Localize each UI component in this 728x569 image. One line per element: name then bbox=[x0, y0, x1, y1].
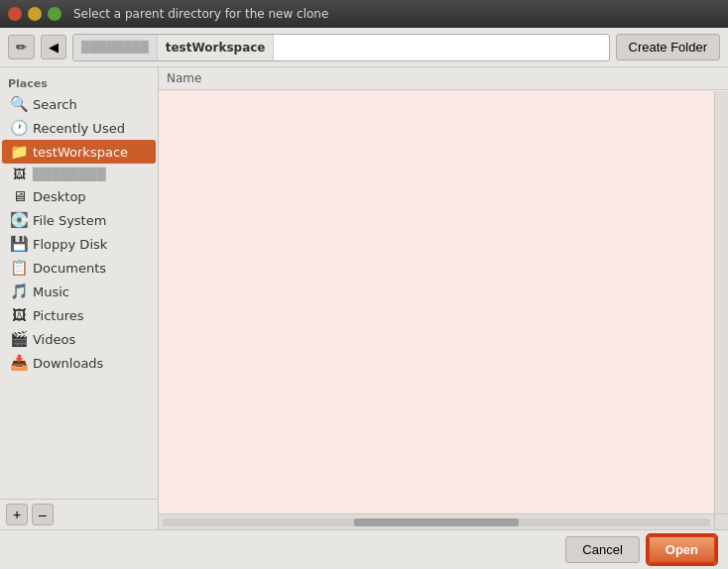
sidebar-item-label-testworkspace: testWorkspace bbox=[33, 145, 128, 160]
sidebar-item-label-downloads: Downloads bbox=[33, 356, 103, 371]
sidebar-item-pictures[interactable]: 🖼 Pictures bbox=[2, 303, 156, 327]
column-name: Name bbox=[167, 71, 201, 85]
bottom-bar: Cancel Open bbox=[0, 529, 728, 569]
sidebar-item-documents[interactable]: 📋 Documents bbox=[2, 256, 156, 280]
titlebar: Select a parent directory for the new cl… bbox=[0, 0, 728, 28]
edit-icon: ✏ bbox=[16, 40, 27, 55]
sidebar: Places 🔍 Search 🕐 Recently Used 📁 testWo… bbox=[0, 67, 159, 529]
search-icon: 🔍 bbox=[10, 95, 28, 113]
sidebar-item-label-pictures: Pictures bbox=[33, 308, 83, 323]
toolbar: ✏ ◀ ████████ testWorkspace Create Folder bbox=[0, 28, 728, 67]
blurred-icon: 🖼 bbox=[10, 167, 28, 181]
horizontal-scrollbar[interactable] bbox=[159, 513, 714, 529]
sidebar-item-recently-used[interactable]: 🕐 Recently Used bbox=[2, 116, 156, 140]
open-button[interactable]: Open bbox=[648, 535, 716, 564]
path-segment-blurred[interactable]: ████████ bbox=[73, 35, 158, 60]
downloads-icon: 📥 bbox=[10, 354, 28, 372]
sidebar-item-floppy[interactable]: 💾 Floppy Disk bbox=[2, 232, 156, 256]
cancel-button[interactable]: Cancel bbox=[565, 536, 639, 563]
documents-icon: 📋 bbox=[10, 259, 28, 277]
file-panel-content[interactable] bbox=[159, 90, 728, 529]
back-icon: ◀ bbox=[49, 40, 59, 55]
sidebar-item-label-filesystem: File System bbox=[33, 213, 106, 228]
music-icon: 🎵 bbox=[10, 283, 28, 300]
close-button[interactable] bbox=[8, 7, 22, 21]
sidebar-remove-button[interactable]: – bbox=[32, 504, 54, 525]
desktop-icon: 🖥 bbox=[10, 187, 28, 205]
window-title: Select a parent directory for the new cl… bbox=[73, 7, 328, 21]
vertical-scrollbar[interactable] bbox=[714, 91, 728, 513]
filesystem-icon: 💽 bbox=[10, 211, 28, 229]
hscroll-thumb bbox=[354, 518, 519, 526]
sidebar-item-label-search: Search bbox=[33, 97, 77, 112]
path-segment-active[interactable]: testWorkspace bbox=[158, 35, 275, 60]
sidebar-item-downloads[interactable]: 📥 Downloads bbox=[2, 351, 156, 375]
main-area: Places 🔍 Search 🕐 Recently Used 📁 testWo… bbox=[0, 67, 728, 529]
sidebar-footer: + – bbox=[0, 499, 158, 529]
sidebar-add-button[interactable]: + bbox=[6, 504, 28, 525]
sidebar-item-label-desktop: Desktop bbox=[33, 189, 86, 204]
path-bar: ████████ testWorkspace bbox=[72, 34, 610, 61]
sidebar-item-label-music: Music bbox=[33, 284, 69, 299]
maximize-button[interactable] bbox=[48, 7, 61, 21]
sidebar-section-label: Places bbox=[0, 71, 158, 92]
sidebar-item-search[interactable]: 🔍 Search bbox=[2, 92, 156, 116]
sidebar-item-videos[interactable]: 🎬 Videos bbox=[2, 327, 156, 351]
sidebar-item-music[interactable]: 🎵 Music bbox=[2, 280, 156, 303]
back-button[interactable]: ◀ bbox=[41, 35, 66, 59]
sidebar-item-filesystem[interactable]: 💽 File System bbox=[2, 208, 156, 232]
edit-button[interactable]: ✏ bbox=[8, 35, 35, 59]
file-panel-header: Name bbox=[159, 67, 728, 90]
sidebar-item-label-documents: Documents bbox=[33, 261, 106, 276]
sidebar-item-desktop[interactable]: 🖥 Desktop bbox=[2, 184, 156, 208]
testworkspace-icon: 📁 bbox=[10, 143, 28, 161]
sidebar-items: Places 🔍 Search 🕐 Recently Used 📁 testWo… bbox=[0, 67, 158, 499]
sidebar-item-label-recently-used: Recently Used bbox=[33, 121, 125, 136]
hscroll-track bbox=[163, 518, 710, 526]
sidebar-item-label-floppy: Floppy Disk bbox=[33, 237, 107, 252]
floppy-icon: 💾 bbox=[10, 235, 28, 253]
sidebar-item-label-videos: Videos bbox=[33, 332, 75, 347]
recently-used-icon: 🕐 bbox=[10, 119, 28, 137]
pictures-icon: 🖼 bbox=[10, 306, 28, 324]
videos-icon: 🎬 bbox=[10, 330, 28, 348]
create-folder-button[interactable]: Create Folder bbox=[616, 34, 720, 60]
sidebar-item-blurred[interactable]: 🖼 ████████ bbox=[2, 164, 156, 184]
file-panel: Name bbox=[159, 67, 728, 529]
sidebar-item-testworkspace[interactable]: 📁 testWorkspace bbox=[2, 140, 156, 164]
minimize-button[interactable] bbox=[28, 7, 42, 21]
scrollbar-corner bbox=[714, 513, 728, 529]
sidebar-item-label-blurred: ████████ bbox=[33, 168, 106, 181]
